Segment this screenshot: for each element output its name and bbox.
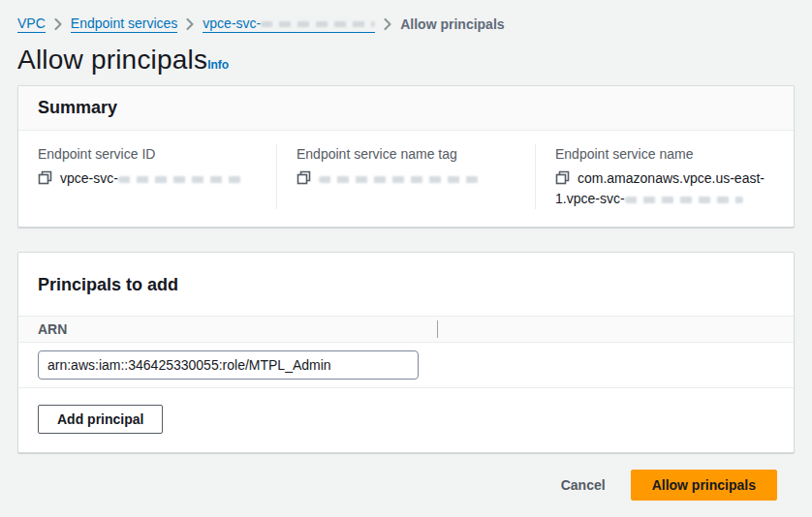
principals-heading: Principals to add	[38, 275, 774, 295]
summary-field-endpoint-service-name-tag: Endpoint service name tag	[276, 144, 535, 209]
field-value	[297, 168, 515, 189]
cancel-button[interactable]: Cancel	[561, 477, 606, 493]
page-title-row: Allow principalsInfo	[0, 33, 812, 76]
summary-card: Summary Endpoint service ID vpce-svc- En…	[17, 85, 795, 228]
redacted-text	[319, 176, 479, 183]
chevron-right-icon	[186, 18, 194, 30]
breadcrumb: VPC Endpoint services vpce-svc- Allow pr…	[0, 0, 812, 33]
summary-card-header: Summary	[18, 86, 794, 131]
summary-heading: Summary	[38, 98, 774, 118]
breadcrumb-current-page: Allow principals	[400, 15, 504, 33]
breadcrumb-link-service-id[interactable]: vpce-svc-	[203, 15, 375, 33]
field-value: com.amazonaws.vpce.us-east-1.vpce-svc-	[555, 168, 774, 209]
breadcrumb-link-vpc[interactable]: VPC	[17, 15, 46, 33]
copy-icon[interactable]	[297, 170, 311, 185]
breadcrumb-service-id-text: vpce-svc-	[203, 15, 261, 32]
redacted-text	[118, 176, 242, 183]
field-label: Endpoint service ID	[38, 144, 257, 164]
info-link[interactable]: Info	[207, 58, 229, 72]
summary-field-endpoint-service-id: Endpoint service ID vpce-svc-	[18, 144, 276, 209]
copy-icon[interactable]	[38, 170, 52, 185]
summary-field-endpoint-service-name: Endpoint service name com.amazonaws.vpce…	[535, 144, 794, 209]
field-value: vpce-svc-	[38, 168, 257, 189]
redacted-text	[261, 21, 375, 27]
arn-input[interactable]	[38, 350, 419, 380]
page-title: Allow principals	[17, 45, 207, 75]
add-principal-row: Add principal	[18, 388, 794, 452]
footer-actions: Cancel Allow principals	[17, 453, 795, 501]
arn-column-header-row: ARN	[18, 316, 794, 343]
redacted-text	[625, 197, 743, 203]
summary-body: Endpoint service ID vpce-svc- Endpoint s…	[18, 131, 794, 227]
column-resize-handle[interactable]	[437, 320, 438, 338]
copy-icon[interactable]	[555, 170, 570, 185]
allow-principals-button[interactable]: Allow principals	[631, 470, 777, 501]
principals-card-header: Principals to add	[18, 253, 794, 316]
principals-to-add-card: Principals to add ARN Add principal	[17, 252, 795, 453]
field-label: Endpoint service name tag	[297, 144, 515, 164]
chevron-right-icon	[384, 18, 391, 30]
arn-column-header: ARN	[38, 321, 67, 337]
arn-input-row	[18, 343, 794, 388]
breadcrumb-link-endpoint-services[interactable]: Endpoint services	[71, 15, 178, 33]
field-value-text: vpce-svc-	[60, 170, 118, 186]
add-principal-button[interactable]: Add principal	[38, 405, 163, 434]
chevron-right-icon	[54, 18, 62, 30]
field-label: Endpoint service name	[555, 144, 774, 164]
